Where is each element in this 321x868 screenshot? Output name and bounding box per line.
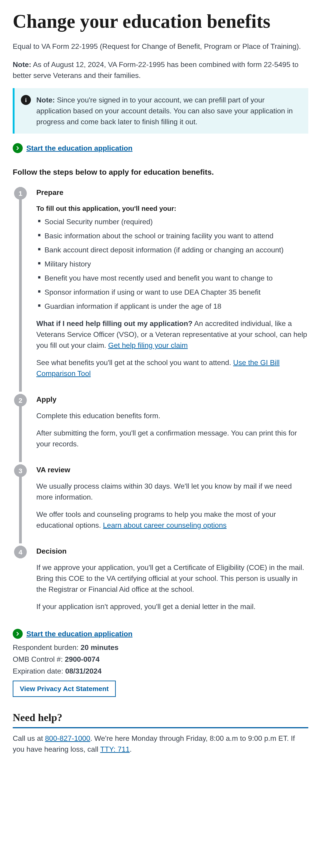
- step-text: After submitting the form, you'll get a …: [36, 428, 308, 450]
- requirements-list: Social Security number (required) Basic …: [36, 216, 308, 312]
- exp-value: 08/31/2024: [65, 667, 101, 675]
- process-connector: [19, 187, 22, 392]
- exp-label: Expiration date:: [13, 667, 65, 675]
- follow-steps-heading: Follow the steps below to apply for educ…: [13, 166, 308, 178]
- info-icon: i: [21, 95, 31, 105]
- step-text: If your application isn't approved, you'…: [36, 601, 308, 612]
- help-question: What if I need help filling out my appli…: [36, 319, 193, 328]
- list-item: Bank account direct deposit information …: [36, 244, 308, 255]
- step-title: Decision: [36, 546, 308, 557]
- help-paragraph: What if I need help filling out my appli…: [36, 318, 308, 351]
- start-application-row-bottom: Start the education application: [13, 628, 308, 639]
- note-label: Note:: [13, 60, 31, 69]
- gi-bill-text: See what benefits you'll get at the scho…: [36, 359, 233, 367]
- alert-body: Note: Since you're signed in to your acc…: [36, 94, 301, 127]
- burden-value: 20 minutes: [81, 643, 119, 652]
- phone-link[interactable]: 800-827-1000: [45, 734, 90, 742]
- bottom-section: Start the education application Responde…: [13, 628, 308, 755]
- respondent-burden: Respondent burden: 20 minutes: [13, 642, 308, 653]
- step-va-review: 3 VA review We usually process claims wi…: [13, 464, 308, 544]
- list-item: Basic information about the school or tr…: [36, 230, 308, 241]
- tty-link[interactable]: TTY: 711: [100, 745, 130, 753]
- step-prepare: 1 Prepare To fill out this application, …: [13, 187, 308, 392]
- note-text: As of August 12, 2024, VA Form-22-1995 h…: [13, 60, 298, 80]
- step-number: 3: [14, 464, 27, 477]
- step-text: We offer tools and counseling programs t…: [36, 509, 308, 531]
- step-title: Apply: [36, 394, 308, 405]
- start-application-row: Start the education application: [13, 143, 308, 154]
- step-text: If we approve your application, you'll g…: [36, 562, 308, 595]
- expiration-date: Expiration date: 08/31/2024: [13, 665, 308, 677]
- step-text: We usually process claims within 30 days…: [36, 481, 308, 502]
- alert-note-text: Since you're signed in to your account, …: [36, 96, 293, 126]
- career-counseling-link[interactable]: Learn about career counseling options: [103, 521, 227, 529]
- step-text: Complete this education benefits form.: [36, 410, 308, 421]
- step-apply: 2 Apply Complete this education benefits…: [13, 394, 308, 462]
- omb-value: 2900-0074: [65, 655, 99, 663]
- process-list: 1 Prepare To fill out this application, …: [13, 187, 308, 612]
- need-help-heading: Need help?: [13, 710, 308, 728]
- step-number: 2: [14, 394, 27, 407]
- burden-label: Respondent burden:: [13, 643, 81, 652]
- list-item: Military history: [36, 258, 308, 270]
- requirements-header: To fill out this application, you'll nee…: [36, 203, 308, 214]
- page-title: Change your education benefits: [13, 11, 308, 32]
- view-privacy-act-button[interactable]: View Privacy Act Statement: [13, 681, 116, 697]
- need-help-text: Call us at 800-827-1000. We're here Mond…: [13, 733, 308, 755]
- chevron-right-icon: [13, 629, 23, 639]
- list-item: Social Security number (required): [36, 216, 308, 227]
- start-application-link-top[interactable]: Start the education application: [26, 143, 133, 154]
- get-help-link[interactable]: Get help filing your claim: [108, 341, 188, 349]
- chevron-right-icon: [13, 143, 23, 153]
- list-item: Sponsor information if using or want to …: [36, 287, 308, 298]
- step-title: VA review: [36, 464, 308, 475]
- form-equivalent-text: Equal to VA Form 22-1995 (Request for Ch…: [13, 41, 308, 52]
- omb-control: OMB Control #: 2900-0074: [13, 654, 308, 665]
- step-decision: 4 Decision If we approve your applicatio…: [13, 546, 308, 612]
- list-item: Guardian information if applicant is und…: [36, 301, 308, 312]
- alert-note-label: Note:: [36, 96, 55, 104]
- signin-prefill-alert: i Note: Since you're signed in to your a…: [13, 88, 308, 133]
- help-post-text: .: [130, 745, 132, 753]
- list-item: Benefit you have most recently used and …: [36, 273, 308, 283]
- help-pre-text: Call us at: [13, 734, 45, 742]
- omb-label: OMB Control #:: [13, 655, 65, 663]
- combination-note: Note: As of August 12, 2024, VA Form-22-…: [13, 59, 308, 81]
- step-number: 1: [14, 187, 27, 200]
- start-application-link-bottom[interactable]: Start the education application: [26, 628, 133, 639]
- step-number: 4: [14, 546, 27, 558]
- step-title: Prepare: [36, 187, 308, 198]
- gi-bill-paragraph: See what benefits you'll get at the scho…: [36, 357, 308, 379]
